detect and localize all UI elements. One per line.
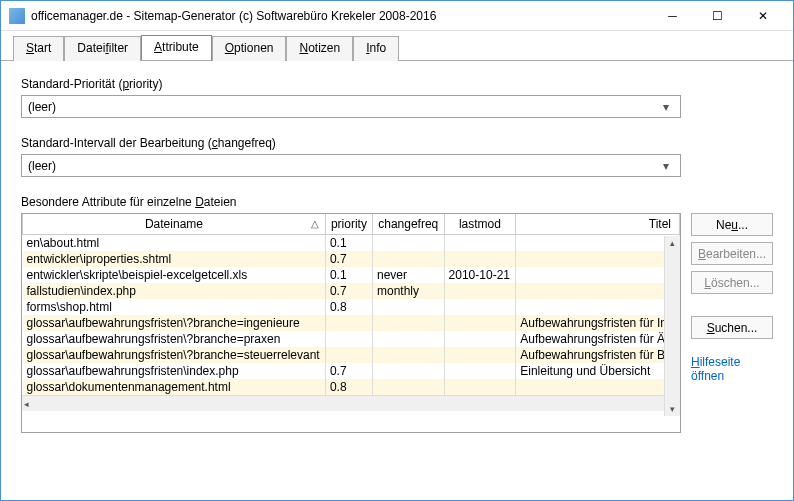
table-row[interactable]: glossar\aufbewahrungsfristen\index.php0.… bbox=[23, 363, 680, 379]
window-title: officemanager.de - Sitemap-Generator (c)… bbox=[31, 9, 650, 23]
col-dateiname[interactable]: Dateiname△ bbox=[23, 214, 326, 235]
delete-button[interactable]: Löschen... bbox=[691, 271, 773, 294]
col-changefreq[interactable]: changefreq bbox=[372, 214, 444, 235]
table-row[interactable]: en\about.html0.1 bbox=[23, 235, 680, 252]
cell-title bbox=[516, 251, 680, 267]
col-lastmod[interactable]: lastmod bbox=[444, 214, 516, 235]
cell-priority: 0.8 bbox=[325, 299, 372, 315]
cell-changefreq bbox=[372, 347, 444, 363]
table-row[interactable]: glossar\aufbewahrungsfristen\?branche=in… bbox=[23, 315, 680, 331]
cell-title bbox=[516, 267, 680, 283]
scrollbar-vertical[interactable]: ▴ ▾ bbox=[664, 236, 680, 416]
titlebar: officemanager.de - Sitemap-Generator (c)… bbox=[1, 1, 793, 31]
table-row[interactable]: entwickler\skripte\beispiel-excelgetcell… bbox=[23, 267, 680, 283]
cell-changefreq bbox=[372, 235, 444, 252]
cell-file: en\about.html bbox=[23, 235, 326, 252]
cell-file: fallstudien\index.php bbox=[23, 283, 326, 299]
cell-lastmod bbox=[444, 235, 516, 252]
col-titel[interactable]: Titel bbox=[516, 214, 680, 235]
help-link[interactable]: Hilfeseite öffnen bbox=[691, 355, 773, 383]
grid-caption: Besondere Attribute für einzelne Dateien bbox=[21, 195, 773, 209]
table-row[interactable]: glossar\aufbewahrungsfristen\?branche=st… bbox=[23, 347, 680, 363]
cell-lastmod bbox=[444, 363, 516, 379]
cell-changefreq bbox=[372, 331, 444, 347]
cell-file: entwickler\iproperties.shtml bbox=[23, 251, 326, 267]
cell-priority: 0.7 bbox=[325, 283, 372, 299]
panel-attribute: Standard-Priorität (priority) (leer) ▾ S… bbox=[1, 60, 793, 501]
maximize-button[interactable]: ☐ bbox=[695, 2, 740, 30]
col-priority[interactable]: priority bbox=[325, 214, 372, 235]
cell-file: glossar\dokumentenmanagement.html bbox=[23, 379, 326, 395]
scrollbar-horizontal[interactable]: ◂ ▸ bbox=[22, 395, 680, 411]
priority-value: (leer) bbox=[28, 100, 56, 114]
new-button[interactable]: Neu... bbox=[691, 213, 773, 236]
cell-priority: 0.7 bbox=[325, 363, 372, 379]
close-button[interactable]: ✕ bbox=[740, 2, 785, 30]
priority-label: Standard-Priorität (priority) bbox=[21, 77, 773, 91]
chevron-down-icon: ▾ bbox=[658, 100, 674, 114]
cell-priority: 0.1 bbox=[325, 267, 372, 283]
cell-priority: 0.8 bbox=[325, 379, 372, 395]
changefreq-value: (leer) bbox=[28, 159, 56, 173]
cell-lastmod bbox=[444, 331, 516, 347]
cell-file: forms\shop.html bbox=[23, 299, 326, 315]
scroll-up-icon: ▴ bbox=[670, 238, 675, 248]
minimize-button[interactable]: ─ bbox=[650, 2, 695, 30]
tab-optionen[interactable]: Optionen bbox=[212, 36, 287, 61]
tab-notizen[interactable]: Notizen bbox=[286, 36, 353, 61]
tab-dateifilter[interactable]: Dateifilter bbox=[64, 36, 141, 61]
tab-start[interactable]: Start bbox=[13, 36, 64, 61]
cell-title: Aufbewahrungsfristen für Ärzte bbox=[516, 331, 680, 347]
cell-lastmod: 2010-10-21 bbox=[444, 267, 516, 283]
scroll-down-icon: ▾ bbox=[670, 404, 675, 414]
cell-lastmod bbox=[444, 283, 516, 299]
changefreq-label: Standard-Intervall der Bearbeitung (chan… bbox=[21, 136, 773, 150]
cell-priority bbox=[325, 347, 372, 363]
cell-changefreq bbox=[372, 251, 444, 267]
file-grid[interactable]: Dateiname△prioritychangefreqlastmodTitel… bbox=[21, 213, 681, 433]
cell-title bbox=[516, 299, 680, 315]
table-row[interactable]: entwickler\iproperties.shtml0.7 bbox=[23, 251, 680, 267]
cell-title: Einleitung und Übersicht bbox=[516, 363, 680, 379]
cell-file: entwickler\skripte\beispiel-excelgetcell… bbox=[23, 267, 326, 283]
table-row[interactable]: forms\shop.html0.8 bbox=[23, 299, 680, 315]
cell-changefreq: monthly bbox=[372, 283, 444, 299]
cell-title: Aufbewahrungsfristen für Buchh bbox=[516, 347, 680, 363]
cell-priority bbox=[325, 315, 372, 331]
tab-info[interactable]: Info bbox=[353, 36, 399, 61]
cell-lastmod bbox=[444, 347, 516, 363]
cell-title bbox=[516, 235, 680, 252]
cell-priority bbox=[325, 331, 372, 347]
cell-changefreq bbox=[372, 379, 444, 395]
cell-lastmod bbox=[444, 299, 516, 315]
cell-file: glossar\aufbewahrungsfristen\?branche=pr… bbox=[23, 331, 326, 347]
edit-button[interactable]: Bearbeiten... bbox=[691, 242, 773, 265]
tab-bar: StartDateifilterAttributeOptionenNotizen… bbox=[1, 31, 793, 60]
cell-priority: 0.7 bbox=[325, 251, 372, 267]
cell-lastmod bbox=[444, 315, 516, 331]
table-row[interactable]: glossar\dokumentenmanagement.html0.8 bbox=[23, 379, 680, 395]
cell-lastmod bbox=[444, 251, 516, 267]
cell-title: Aufbewahrungsfristen für Ingen bbox=[516, 315, 680, 331]
table-row[interactable]: glossar\aufbewahrungsfristen\?branche=pr… bbox=[23, 331, 680, 347]
app-icon bbox=[9, 8, 25, 24]
cell-file: glossar\aufbewahrungsfristen\index.php bbox=[23, 363, 326, 379]
cell-priority: 0.1 bbox=[325, 235, 372, 252]
table-row[interactable]: fallstudien\index.php0.7monthly bbox=[23, 283, 680, 299]
cell-title bbox=[516, 283, 680, 299]
sort-asc-icon: △ bbox=[311, 218, 319, 229]
search-button[interactable]: Suchen... bbox=[691, 316, 773, 339]
cell-lastmod bbox=[444, 379, 516, 395]
cell-changefreq bbox=[372, 315, 444, 331]
tab-attribute[interactable]: Attribute bbox=[141, 35, 212, 60]
priority-combo[interactable]: (leer) ▾ bbox=[21, 95, 681, 118]
chevron-down-icon: ▾ bbox=[658, 159, 674, 173]
cell-changefreq bbox=[372, 363, 444, 379]
cell-changefreq bbox=[372, 299, 444, 315]
changefreq-combo[interactable]: (leer) ▾ bbox=[21, 154, 681, 177]
scroll-left-icon: ◂ bbox=[24, 399, 29, 409]
cell-changefreq: never bbox=[372, 267, 444, 283]
cell-file: glossar\aufbewahrungsfristen\?branche=st… bbox=[23, 347, 326, 363]
cell-file: glossar\aufbewahrungsfristen\?branche=in… bbox=[23, 315, 326, 331]
cell-title bbox=[516, 379, 680, 395]
